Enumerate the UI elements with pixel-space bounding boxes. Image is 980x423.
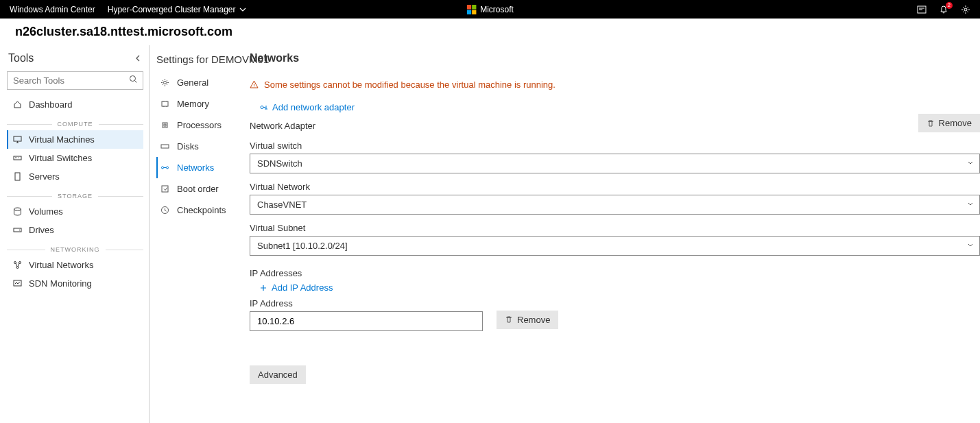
trash-icon [505, 315, 513, 324]
svg-point-17 [164, 82, 167, 84]
search-input[interactable] [7, 71, 143, 90]
tool-dashboard[interactable]: Dashboard [7, 95, 143, 114]
server-icon [12, 172, 22, 181]
tool-label: Drives [29, 225, 54, 235]
notification-badge: 2 [946, 2, 953, 9]
tool-sdn-monitoring[interactable]: SDN Monitoring [7, 274, 143, 293]
svg-point-22 [162, 167, 164, 169]
svg-point-10 [14, 208, 21, 210]
add-ip-address-button[interactable]: Add IP Address [259, 281, 333, 294]
setting-memory[interactable]: Memory [156, 93, 239, 114]
monitor-icon [12, 279, 22, 288]
add-network-adapter-button[interactable]: Add network adapter [259, 101, 355, 114]
setting-checkpoints[interactable]: Checkpoints [156, 200, 239, 221]
setting-networks[interactable]: Networks [156, 157, 239, 178]
setting-label: Memory [177, 99, 209, 109]
app-title[interactable]: Windows Admin Center [10, 5, 95, 14]
setting-label: Disks [177, 141, 199, 152]
tool-label: Dashboard [29, 99, 73, 110]
svg-rect-0 [466, 5, 471, 10]
remove-ip-button[interactable]: Remove [497, 311, 558, 329]
collapse-tools-icon[interactable] [134, 54, 142, 62]
svg-rect-21 [161, 145, 169, 148]
setting-processors[interactable]: Processors [156, 114, 239, 136]
warning-icon [250, 80, 259, 89]
tools-search [7, 71, 143, 90]
setting-label: Networks [177, 162, 214, 173]
setting-label: Boot order [177, 184, 219, 194]
svg-point-5 [964, 8, 967, 11]
drive-icon [12, 226, 22, 234]
brand: Microsoft [466, 5, 514, 14]
cpu-icon [160, 121, 170, 130]
tool-label: Virtual Networks [29, 260, 93, 270]
virtual-subnet-select[interactable]: Subnet1 [10.10.2.0/24] [250, 236, 980, 256]
svg-rect-11 [14, 228, 21, 232]
svg-rect-9 [15, 173, 20, 180]
settings-gear-icon[interactable] [961, 5, 970, 14]
advanced-label: Advanced [258, 370, 298, 380]
svg-rect-2 [466, 10, 471, 14]
virtual-network-select[interactable]: ChaseVNET [250, 195, 980, 215]
svg-rect-8 [14, 156, 21, 160]
svg-point-6 [130, 76, 136, 82]
tool-virtual-switches[interactable]: Virtual Switches [7, 149, 143, 167]
feedback-icon[interactable] [917, 5, 927, 14]
vsubnet-label: Virtual Subnet [250, 223, 980, 233]
setting-label: Processors [177, 120, 222, 130]
clusterbar: n26cluster.sa18.nttest.microsoft.com [0, 19, 980, 45]
ip-field-label: IP Address [250, 298, 483, 309]
tool-label: Virtual Machines [29, 134, 95, 145]
remove-adapter-button[interactable]: Remove [918, 114, 980, 132]
tools-title: Tools [8, 52, 34, 64]
virtual-switch-select[interactable]: SDNSwitch [250, 154, 980, 173]
add-adapter-icon [259, 103, 268, 112]
tool-drives[interactable]: Drives [7, 221, 143, 239]
top-bar: Windows Admin Center Hyper-Converged Clu… [0, 0, 980, 19]
boot-icon [160, 184, 170, 193]
tool-servers[interactable]: Servers [7, 167, 143, 186]
trash-icon [927, 119, 935, 128]
svg-rect-19 [163, 123, 167, 128]
chevron-down-icon [967, 160, 974, 167]
tool-volumes[interactable]: Volumes [7, 202, 143, 221]
add-adapter-label: Add network adapter [272, 102, 355, 112]
tool-virtual-machines[interactable]: Virtual Machines [7, 130, 143, 149]
home-icon [12, 100, 22, 109]
chevron-down-icon [967, 201, 974, 208]
tools-pane: Tools Dashboard COMPUTE Virtual Machines… [0, 45, 150, 423]
group-networking: NETWORKING [7, 246, 143, 253]
svg-point-23 [167, 167, 169, 169]
tool-label: Servers [29, 171, 60, 182]
search-icon[interactable] [129, 75, 138, 84]
vnet-value: ChaseVNET [257, 200, 307, 210]
tool-virtual-networks[interactable]: Virtual Networks [7, 256, 143, 274]
context-dropdown[interactable]: Hyper-Converged Cluster Manager [108, 5, 247, 14]
switch-icon [12, 154, 22, 162]
context-dropdown-label: Hyper-Converged Cluster Manager [108, 5, 236, 14]
notifications-icon[interactable]: 2 [939, 5, 948, 14]
ip-addresses-label: IP Addresses [250, 268, 980, 278]
vswitch-label: Virtual switch [250, 141, 980, 151]
memory-icon [160, 99, 170, 108]
setting-boot-order[interactable]: Boot order [156, 178, 239, 200]
warning-text: Some settings cannot be modified because… [264, 80, 555, 90]
cluster-name: n26cluster.sa18.nttest.microsoft.com [15, 25, 965, 39]
network-icon [12, 261, 22, 269]
network-adapter-icon [160, 163, 170, 172]
plus-icon [259, 284, 267, 292]
setting-label: General [177, 77, 208, 88]
remove-ip-label: Remove [517, 315, 550, 325]
checkpoint-icon [160, 206, 170, 215]
add-ip-label: Add IP Address [272, 282, 333, 293]
svg-point-12 [19, 230, 20, 231]
ip-address-input[interactable] [250, 311, 483, 331]
setting-disks[interactable]: Disks [156, 136, 239, 157]
gear-icon [160, 78, 170, 87]
settings-title: Settings for DEMOVM01 [156, 53, 239, 72]
svg-rect-20 [164, 124, 166, 126]
advanced-button[interactable]: Advanced [250, 365, 306, 384]
setting-general[interactable]: General [156, 72, 239, 93]
tool-label: Volumes [29, 206, 63, 217]
svg-rect-24 [162, 186, 168, 192]
